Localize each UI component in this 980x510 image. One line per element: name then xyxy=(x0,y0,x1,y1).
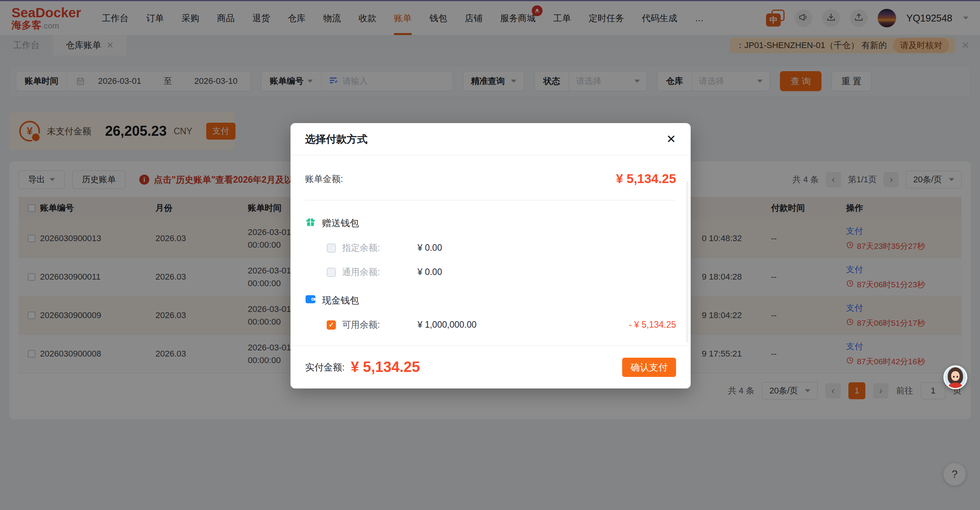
deduction-value: - ¥ 5,134.25 xyxy=(629,320,676,330)
general-balance-value: ¥ 0.00 xyxy=(417,267,442,277)
bill-amount-label: 账单金额: xyxy=(305,173,343,185)
avatar-face xyxy=(951,371,960,381)
avatar-eye xyxy=(953,376,955,378)
avatar-eye xyxy=(957,376,958,378)
general-balance-checkbox[interactable] xyxy=(327,268,336,277)
designated-balance-value: ¥ 0.00 xyxy=(417,243,442,253)
gift-icon xyxy=(305,217,316,230)
modal-title: 选择付款方式 xyxy=(305,132,367,146)
divider xyxy=(305,200,676,200)
bill-amount-value: ¥ 5,134.25 xyxy=(616,172,676,186)
cash-wallet-row: ✓ 可用余额: ¥ 1,000,000.00 - ¥ 5,134.25 xyxy=(305,319,676,331)
available-balance-label: 可用余额: xyxy=(342,319,404,331)
designated-balance-label: 指定余额: xyxy=(342,242,404,254)
general-balance-label: 通用余额: xyxy=(342,266,404,278)
confirm-pay-button[interactable]: 确认支付 xyxy=(622,358,676,377)
gift-wallet-section: 赠送钱包 xyxy=(305,217,676,230)
wallet-icon xyxy=(305,295,316,306)
gift-wallet-row: 通用余额: ¥ 0.00 xyxy=(305,266,676,278)
modal-body: 账单金额: ¥ 5,134.25 赠送钱包 指定余额: ¥ 0.00 通用余额:… xyxy=(290,172,691,331)
modal-footer: 实付金额: ¥ 5,134.25 确认支付 xyxy=(290,345,691,388)
scrollbar[interactable] xyxy=(686,181,688,342)
cash-wallet-section: 现金钱包 xyxy=(305,294,676,307)
gift-wallet-row: 指定余额: ¥ 0.00 xyxy=(305,242,676,254)
paid-amount-label: 实付金额: xyxy=(305,361,345,373)
customer-service-avatar[interactable] xyxy=(943,365,967,389)
payment-method-modal: 选择付款方式 ✕ 账单金额: ¥ 5,134.25 赠送钱包 指定余额: ¥ 0… xyxy=(290,123,691,388)
available-balance-value: ¥ 1,000,000.00 xyxy=(417,320,476,330)
designated-balance-checkbox[interactable] xyxy=(327,243,336,253)
paid-amount-value: ¥ 5,134.25 xyxy=(351,359,420,375)
available-balance-checkbox[interactable]: ✓ xyxy=(327,320,336,330)
modal-header: 选择付款方式 ✕ xyxy=(290,123,691,155)
close-icon[interactable]: ✕ xyxy=(666,133,676,145)
